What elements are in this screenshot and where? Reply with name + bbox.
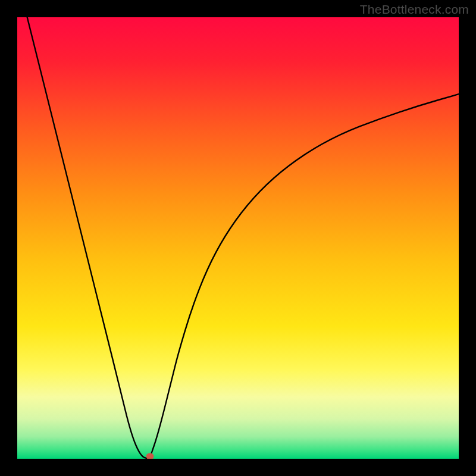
- curve-svg: [17, 17, 459, 459]
- plot-area: [17, 17, 459, 459]
- curve-line: [17, 17, 459, 459]
- watermark-text: TheBottleneck.com: [360, 2, 469, 17]
- minimum-marker: [146, 453, 154, 459]
- chart-frame: TheBottleneck.com: [0, 0, 476, 476]
